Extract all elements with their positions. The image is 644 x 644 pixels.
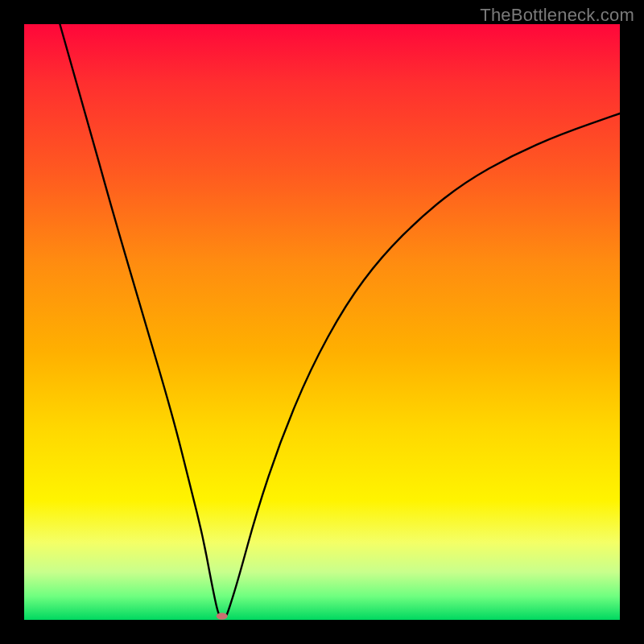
curve-svg [24,24,620,620]
chart-frame: TheBottleneck.com [0,0,644,644]
minimum-marker [217,613,228,619]
watermark-text: TheBottleneck.com [480,5,634,26]
bottleneck-curve [60,24,620,617]
plot-area [24,24,620,620]
